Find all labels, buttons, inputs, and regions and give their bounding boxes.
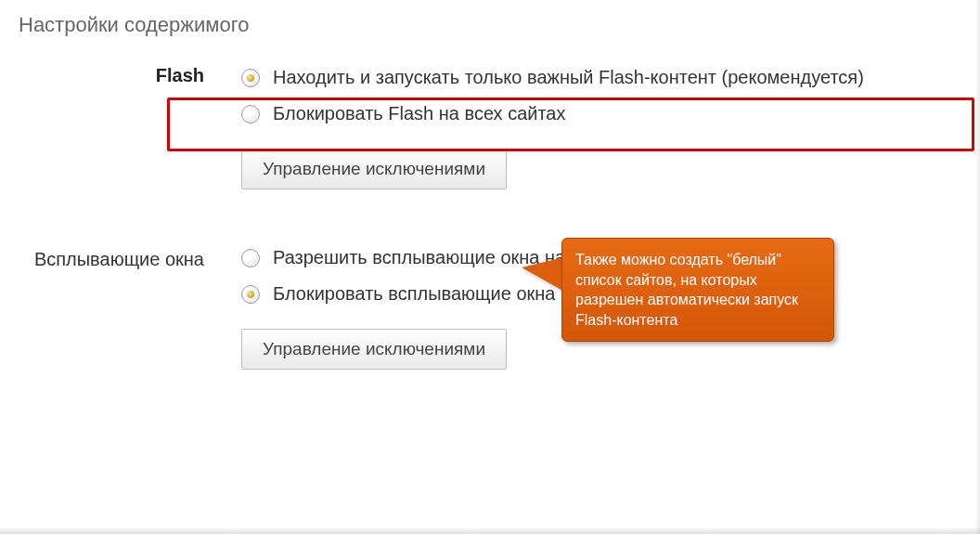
radio-icon <box>241 249 260 267</box>
section-flash: Flash Находить и запускать только важный… <box>0 56 980 195</box>
radio-label: Находить и запускать только важный Flash… <box>273 67 864 88</box>
section-body-flash: Находить и запускать только важный Flash… <box>241 56 980 195</box>
radio-icon <box>241 285 260 304</box>
radio-label: Блокировать Flash на всех сайтах <box>273 103 566 124</box>
manage-exceptions-button-flash[interactable]: Управление исключениями <box>241 149 507 189</box>
radio-icon <box>241 105 260 124</box>
radio-row-flash-block[interactable]: Блокировать Flash на всех сайтах <box>241 96 965 132</box>
radio-icon <box>241 69 260 87</box>
section-label-popups: Всплывающие окна <box>0 240 241 270</box>
section-label-flash: Flash <box>0 56 241 86</box>
annotation-callout: Также можно создать "белый" список сайто… <box>561 238 834 342</box>
page-title: Настройки содержимого <box>0 0 980 46</box>
callout-text: Также можно создать "белый" список сайто… <box>575 252 798 328</box>
page-shadow <box>0 527 980 534</box>
manage-exceptions-button-popups[interactable]: Управление исключениями <box>241 329 507 370</box>
radio-row-flash-run[interactable]: Находить и запускать только важный Flash… <box>241 59 965 96</box>
